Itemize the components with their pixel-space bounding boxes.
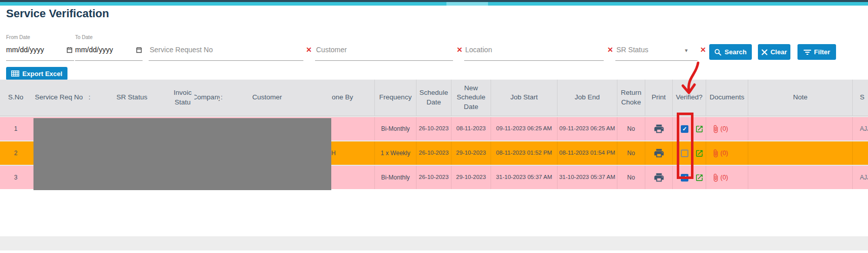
row-documents-cell[interactable]: (0) (706, 166, 748, 189)
row-s-value: AJJ (852, 166, 868, 189)
col-new-schedule-date: New Schedule Date (451, 80, 491, 116)
row-new-schedule-date: 08-11-2023 (451, 117, 491, 140)
from-date-input[interactable]: mm/dd/yyyy (6, 46, 44, 54)
col-job-start: Job Start (491, 80, 557, 116)
sr-status-underline (615, 60, 698, 61)
row-schedule-date: 26-10-2023 (416, 117, 451, 140)
documents-count: (0) (720, 173, 728, 182)
verified-checkbox[interactable]: ✓ (681, 125, 688, 133)
row-return-choke: No (617, 166, 645, 189)
row-sno: 3 (0, 166, 31, 189)
clear-location-icon[interactable]: ✕ (607, 46, 613, 54)
col-documents: Documents (706, 80, 748, 116)
redacted-fragment: H (331, 150, 336, 157)
col-s-clipped: S (852, 80, 868, 116)
open-in-new-icon[interactable] (695, 125, 704, 133)
printer-icon (653, 123, 665, 134)
printer-icon (653, 172, 665, 183)
row-verified-cell: ✓ (672, 117, 706, 140)
row-frequency: Bi-Monthly (374, 166, 416, 189)
col-sr-status: SR Status (93, 80, 171, 116)
chevron-down-icon[interactable]: ▾ (685, 47, 688, 54)
search-button-label: Search (724, 48, 746, 56)
printer-icon (653, 148, 665, 159)
service-request-no-underline (149, 60, 303, 61)
row-new-schedule-date: 29-10-2023 (451, 166, 491, 189)
paperclip-icon (711, 149, 720, 158)
clear-button-label: Clear (771, 48, 787, 56)
search-button[interactable]: Search (709, 44, 752, 60)
clear-service-request-no-icon[interactable]: ✕ (306, 46, 312, 54)
row-schedule-date: 26-10-2023 (416, 166, 451, 189)
horizontal-scrollbar-track[interactable] (0, 236, 868, 250)
row-frequency: 1 x Weekly (374, 141, 416, 165)
top-bar-progress-segment (446, 2, 488, 6)
col-invoice-status: Invoic Statu (171, 80, 194, 116)
service-verification-page: Service Verification From Date mm/dd/yyy… (0, 0, 868, 253)
col-customer: Customer (224, 80, 310, 116)
row-print[interactable] (645, 141, 672, 165)
row-verified-cell (672, 141, 706, 165)
sr-status-select[interactable]: SR Status (616, 46, 648, 54)
row-note (748, 141, 852, 165)
row-job-end: 31-10-2023 05:37 AM (557, 166, 617, 189)
row-new-schedule-date: 29-10-2023 (451, 141, 491, 165)
row-return-choke: No (617, 141, 645, 165)
customer-input[interactable]: Customer (316, 46, 347, 54)
filter-icon (804, 49, 811, 55)
to-date-label: To Date (75, 34, 92, 40)
row-verified-cell: ✓ (672, 166, 706, 189)
filter-button[interactable]: Filter (797, 44, 836, 60)
row-s-value (852, 141, 868, 165)
col-print: Print (645, 80, 672, 116)
paperclip-icon (711, 173, 720, 183)
to-date-underline (75, 60, 143, 61)
calendar-icon[interactable] (136, 47, 142, 53)
row-documents-cell[interactable]: (0) (706, 117, 748, 140)
col-return-choke: Return Choke (617, 80, 645, 116)
col-done-by: one By (310, 80, 374, 116)
col-frequency: Frequency (374, 80, 416, 116)
col-sno: S.No (0, 80, 31, 116)
verified-checkbox[interactable]: ✓ (681, 174, 688, 182)
row-note (748, 117, 852, 140)
row-return-choke: No (617, 117, 645, 140)
clear-button[interactable]: Clear (758, 44, 790, 60)
x-icon (761, 49, 768, 55)
calendar-icon[interactable] (66, 47, 73, 53)
row-job-end: 08-11-2023 01:54 PM (557, 141, 617, 165)
paperclip-icon (711, 124, 720, 134)
filter-button-label: Filter (814, 48, 830, 56)
row-print[interactable] (645, 117, 672, 140)
open-in-new-icon[interactable] (695, 173, 704, 182)
row-schedule-date: 26-10-2023 (416, 141, 451, 165)
service-request-no-input[interactable]: Service Request No (150, 46, 213, 54)
clear-sr-status-icon[interactable]: ✕ (700, 46, 706, 54)
grid-table-icon (11, 70, 19, 77)
row-documents-cell[interactable]: (0) (706, 141, 748, 165)
row-sno: 1 (0, 117, 31, 140)
clear-customer-icon[interactable]: ✕ (457, 46, 463, 54)
documents-count: (0) (720, 125, 728, 133)
from-date-label: From Date (6, 34, 30, 40)
location-underline (464, 60, 604, 61)
export-excel-label: Export Excel (22, 70, 62, 78)
to-date-input[interactable]: mm/dd/yyyy (75, 46, 113, 54)
search-icon (714, 49, 721, 56)
row-job-start: 09-11-2023 06:25 AM (491, 117, 557, 140)
row-job-start: 08-11-2023 01:52 PM (491, 141, 557, 165)
col-schedule-date: Schedule Date (416, 80, 451, 116)
row-print[interactable] (645, 166, 672, 189)
row-job-start: 31-10-2023 05:37 AM (491, 166, 557, 189)
row-sno: 2 (0, 141, 31, 165)
col-service-req-no: Service Req No (31, 80, 86, 116)
row-job-end: 09-11-2023 06:25 AM (557, 117, 617, 140)
customer-underline (315, 60, 453, 61)
documents-count: (0) (720, 149, 728, 158)
location-input[interactable]: Location (465, 46, 492, 54)
open-in-new-icon[interactable] (695, 149, 704, 158)
col-verified: Verified? (672, 80, 706, 116)
verified-checkbox[interactable] (681, 150, 688, 157)
export-excel-button[interactable]: Export Excel (6, 67, 67, 80)
col-company: Company (194, 80, 220, 116)
